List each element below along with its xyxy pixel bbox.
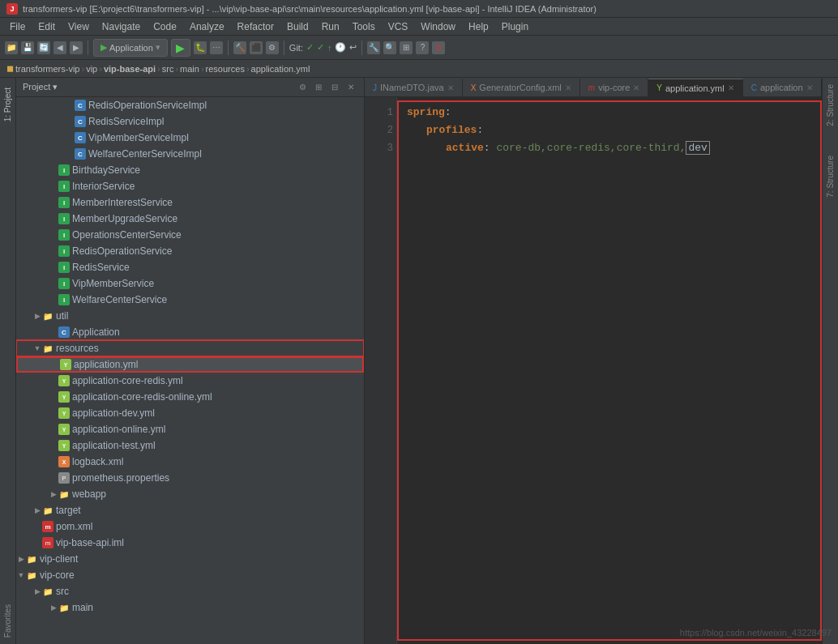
sidebar-item-structure-2[interactable]: 2: Structure (823, 78, 837, 133)
expand-icon[interactable]: ⊞ (312, 81, 325, 94)
tree-item-target[interactable]: ▶ 📁 target (16, 502, 364, 518)
menu-help[interactable]: Help (462, 19, 495, 34)
tab-application[interactable]: C application ✕ (743, 79, 822, 96)
tree-item-application-test[interactable]: Y application-test.yml (16, 437, 364, 454)
tree-item-MemberUpgradeService[interactable]: I MemberUpgradeService (16, 211, 364, 227)
project-tree[interactable]: C RedisOperationServiceImpl C RedisServi… (16, 97, 364, 644)
tree-item-prometheus[interactable]: P prometheus.properties (16, 470, 364, 486)
tree-item-logback[interactable]: X logback.xml (16, 454, 364, 470)
git-check-icon[interactable]: ✓ (306, 42, 314, 53)
terminal-icon[interactable]: ⬛ (250, 41, 263, 54)
sidebar-item-structure-7[interactable]: 7: Structure (823, 149, 837, 204)
git-push-icon[interactable]: ↑ (327, 43, 332, 53)
wrench-icon[interactable]: 🔧 (367, 41, 380, 54)
tree-item-MemberInterestService[interactable]: I MemberInterestService (16, 194, 364, 211)
tree-item-main[interactable]: ▶ 📁 main (16, 599, 364, 616)
sidebar-item-favorites[interactable]: Favorites (1, 598, 15, 644)
bc-main[interactable]: main (180, 64, 199, 74)
bc-project[interactable]: transformers-vip (15, 64, 79, 74)
menu-run[interactable]: Run (315, 19, 346, 34)
tree-item-RedisServiceImpl[interactable]: C RedisServiceImpl (16, 113, 364, 130)
tab-vip-core[interactable]: m vip-core ✕ (580, 79, 648, 96)
close-panel-icon[interactable]: ✕ (344, 81, 357, 94)
bc-src[interactable]: src (162, 64, 174, 74)
run-config-button[interactable]: ▶ Application ▾ (93, 39, 168, 57)
menu-window[interactable]: Window (414, 19, 462, 34)
back-icon[interactable]: ◀ (53, 41, 66, 54)
tree-item-application-yml[interactable]: Y application.yml (16, 356, 364, 373)
bc-vip[interactable]: vip (86, 64, 97, 74)
tree-item-resources[interactable]: ▼ 📁 resources (16, 340, 364, 356)
tree-item-WelfareCenterService[interactable]: I WelfareCenterService (16, 292, 364, 308)
menu-build[interactable]: Build (280, 19, 315, 34)
tree-item-BirthdayService[interactable]: I BirthdayService (16, 162, 364, 178)
menu-analyze[interactable]: Analyze (183, 19, 231, 34)
menu-vcs[interactable]: VCS (382, 19, 415, 34)
hammer-icon[interactable]: 🔨 (233, 41, 246, 54)
tab-close-vip-core[interactable]: ✕ (633, 83, 639, 92)
tab-close-application-yml[interactable]: ✕ (728, 83, 734, 92)
git-merge-icon[interactable]: ✓ (317, 42, 324, 53)
menu-code[interactable]: Code (147, 19, 183, 34)
menu-file[interactable]: File (3, 19, 32, 34)
tab-application-yml[interactable]: Y application.yml ✕ (648, 79, 742, 96)
menu-plugin[interactable]: Plugin (495, 19, 535, 34)
menu-tools[interactable]: Tools (346, 19, 382, 34)
tree-item-util[interactable]: ▶ 📁 util (16, 308, 364, 324)
bc-resources[interactable]: resources (206, 64, 245, 74)
tree-item-InteriorService[interactable]: I InteriorService (16, 178, 364, 194)
menu-navigate[interactable]: Navigate (96, 19, 147, 34)
tab-close-application[interactable]: ✕ (806, 83, 813, 92)
tree-item-VipMemberService[interactable]: I VipMemberService (16, 275, 364, 292)
tree-item-application-dev[interactable]: Y application-dev.yml (16, 405, 364, 421)
tree-item-src[interactable]: ▶ 📁 src (16, 583, 364, 599)
layout-icon[interactable]: ⊞ (400, 41, 413, 54)
tree-item-webapp[interactable]: ▶ 📁 webapp (16, 486, 364, 502)
tree-item-VipMemberServiceImpl[interactable]: C VipMemberServiceImpl (16, 130, 364, 146)
bc-root[interactable]: ◼ (6, 63, 14, 74)
save-icon[interactable]: 💾 (21, 41, 34, 54)
tree-item-OperationsCenterService[interactable]: I OperationsCenterService (16, 227, 364, 243)
code-content[interactable]: spring: profiles: active: core-db,core-r… (397, 97, 822, 644)
more-icon[interactable]: ⋯ (210, 41, 223, 54)
menu-refactor[interactable]: Refactor (231, 19, 280, 34)
tree-item-RedisService[interactable]: I RedisService (16, 259, 364, 275)
code-editor[interactable]: 1 2 3 spring: profiles: active: core-db,… (365, 97, 822, 644)
collapse-icon[interactable]: ⊟ (328, 81, 341, 94)
tree-item-vip-core[interactable]: ▼ 📁 vip-core (16, 567, 364, 583)
debug-icon[interactable]: 🐛 (194, 41, 207, 54)
tab-close-INameDTO[interactable]: ✕ (447, 83, 454, 92)
tab-close-GeneratorConfig[interactable]: ✕ (565, 83, 571, 92)
search-icon[interactable]: 🔍 (383, 41, 396, 54)
tree-item-application-core-redis[interactable]: Y application-core-redis.yml (16, 373, 364, 389)
run-config-label: Application (109, 43, 153, 53)
bc-application-yml[interactable]: application.yml (251, 64, 310, 74)
tree-item-Application[interactable]: C Application (16, 324, 364, 340)
menu-view[interactable]: View (62, 19, 96, 34)
tree-item-WelfareCenterServiceImpl[interactable]: C WelfareCenterServiceImpl (16, 146, 364, 162)
tree-item-vip-client[interactable]: ▶ 📁 vip-client (16, 551, 364, 567)
git-revert-icon[interactable]: ↩ (349, 42, 357, 53)
help-icon[interactable]: ? (416, 41, 429, 54)
bc-vip-base-api[interactable]: vip-base-api (104, 64, 156, 74)
tree-item-application-online[interactable]: Y application-online.yml (16, 421, 364, 437)
tree-item-RedisOperationService[interactable]: I RedisOperationService (16, 243, 364, 259)
tree-item-application-core-redis-online[interactable]: Y application-core-redis-online.yml (16, 389, 364, 405)
tree-item-iml[interactable]: m vip-base-api.iml (16, 535, 364, 551)
tab-GeneratorConfig[interactable]: X GeneratorConfig.xml ✕ (463, 79, 580, 96)
tab-INameDTO[interactable]: J INameDTO.java ✕ (365, 79, 463, 96)
settings-icon[interactable]: ⚙ (266, 41, 279, 54)
new-project-icon[interactable]: 📁 (5, 41, 18, 54)
xml-icon: X (58, 456, 70, 467)
no-icon[interactable]: ⊘ (432, 41, 445, 54)
tree-item-RedisOperationServiceImpl[interactable]: C RedisOperationServiceImpl (16, 97, 364, 113)
run-button[interactable]: ▶ (171, 39, 190, 57)
git-history-icon[interactable]: 🕐 (335, 42, 346, 53)
sync-icon[interactable]: 🔄 (37, 41, 50, 54)
gear-icon[interactable]: ⚙ (296, 81, 309, 94)
sidebar-item-project[interactable]: 1: Project (1, 81, 15, 128)
forward-icon[interactable]: ▶ (70, 41, 83, 54)
menu-edit[interactable]: Edit (32, 19, 62, 34)
tree-item-pom[interactable]: m pom.xml (16, 518, 364, 535)
run-config-dropdown[interactable]: ▾ (156, 42, 160, 53)
